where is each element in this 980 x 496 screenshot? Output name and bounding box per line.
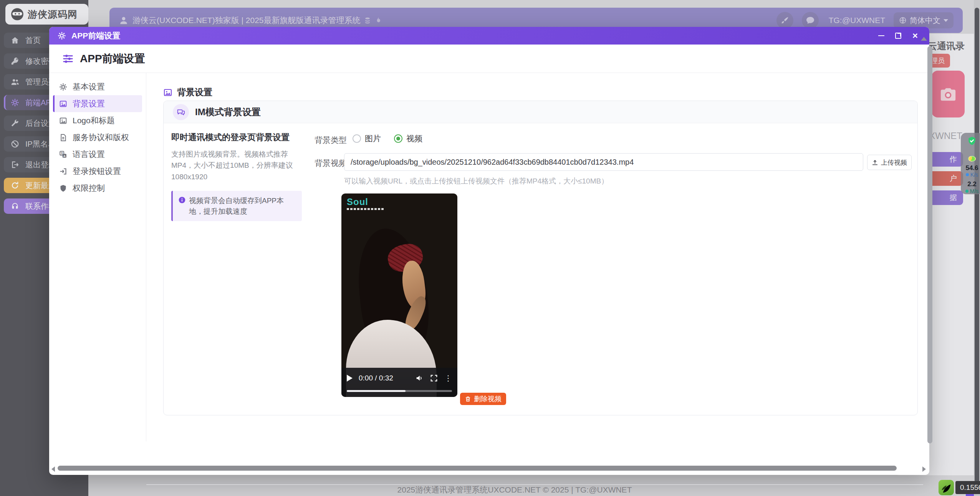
thinkphp-leaf-icon xyxy=(939,480,954,495)
section-title: 背景设置 xyxy=(177,86,212,98)
page-scrollbar-thumb[interactable] xyxy=(975,8,979,484)
upload-unit: M/s xyxy=(970,188,979,194)
upload-speed: 2.2 xyxy=(967,181,977,188)
watermark-subtitle xyxy=(347,208,384,210)
video-time: 0:00 / 0:32 xyxy=(359,374,393,382)
form-description: 支持图片或视频背景。视频格式推荐MP4，大小不超过10MB，分辨率建议1080x… xyxy=(171,149,302,182)
settings-nav: 基本设置 背景设置 Logo和标题 服务协议和版权 A xyxy=(49,73,146,441)
site-logo[interactable]: 游侠源码网 xyxy=(5,4,88,25)
app-frontend-settings-dialog: APP前端设置 × APP前端设置 基本设置 背景设置 xyxy=(49,27,929,475)
more-options-icon[interactable]: ⋮ xyxy=(444,374,452,382)
maximize-button[interactable] xyxy=(892,30,904,41)
download-speed: 54.6 xyxy=(965,165,978,172)
settings-nav-item[interactable]: 基本设置 xyxy=(53,78,142,95)
upload-icon xyxy=(872,159,878,166)
headset-icon xyxy=(11,202,19,210)
home-icon xyxy=(11,36,19,45)
radio-video-circle xyxy=(394,134,402,143)
dialog-titlebar[interactable]: APP前端设置 × xyxy=(49,27,929,45)
gear-icon xyxy=(58,31,66,40)
file-icon xyxy=(59,134,67,142)
theme-brush-button[interactable] xyxy=(776,12,793,29)
settings-nav-item[interactable]: 背景设置 xyxy=(53,95,142,112)
bg-video-label: 背景视频 xyxy=(315,158,343,169)
settings-nav-item[interactable]: 登录按钮设置 xyxy=(53,163,142,180)
stack-icon xyxy=(364,16,371,25)
volume-icon[interactable] xyxy=(415,374,424,382)
upload-dot xyxy=(965,190,968,193)
video-poster xyxy=(341,193,457,397)
download-unit: K/s xyxy=(970,172,978,178)
photo-upload-card[interactable] xyxy=(932,71,965,117)
delete-video-button[interactable]: 删除视频 xyxy=(460,393,506,405)
upload-video-button[interactable]: 上传视频 xyxy=(867,155,912,170)
settings-nav-label: 背景设置 xyxy=(73,98,105,109)
ninja-logo-icon xyxy=(10,7,25,21)
message-button[interactable] xyxy=(802,12,819,29)
close-button[interactable]: × xyxy=(909,30,921,41)
chat-icon xyxy=(177,108,185,116)
settings-nav-label: 登录按钮设置 xyxy=(73,166,121,177)
settings-nav-label: 基本设置 xyxy=(73,81,105,92)
radio-video[interactable]: 视频 xyxy=(394,133,422,144)
delete-button-label: 删除视频 xyxy=(474,394,502,403)
minimize-button[interactable] xyxy=(876,30,887,41)
signout-icon xyxy=(11,160,19,169)
chevron-down-icon xyxy=(944,19,948,22)
form-heading: 即时通讯模式的登录页背景设置 xyxy=(171,132,302,143)
brush-icon xyxy=(780,16,790,25)
image-icon xyxy=(59,117,67,125)
close-icon: × xyxy=(912,31,918,40)
radio-image-label: 图片 xyxy=(365,133,381,144)
im-background-card: IM模式背景设置 即时通讯模式的登录页背景设置 支持图片或视频背景。视频格式推荐… xyxy=(163,101,918,415)
dialog-page-title: APP前端设置 xyxy=(80,51,145,66)
description-column: 即时通讯模式的登录页背景设置 支持图片或视频背景。视频格式推荐MP4，大小不超过… xyxy=(171,132,302,221)
play-button[interactable] xyxy=(347,375,353,382)
maximize-icon xyxy=(895,33,901,39)
shield-icon xyxy=(59,184,67,192)
radio-image-circle xyxy=(353,134,361,143)
scroll-right-arrow[interactable] xyxy=(922,466,926,472)
fullscreen-icon[interactable] xyxy=(430,374,438,382)
horizontal-scrollbar[interactable] xyxy=(58,466,897,471)
upload-button-label: 上传视频 xyxy=(881,158,907,167)
svg-text:文: 文 xyxy=(60,152,63,155)
performance-widget: 0.155666s xyxy=(939,480,980,495)
topbar-title: 游侠云(UXCODE.NET)独家版 | 2025最新旗舰版通讯录管理系统 xyxy=(132,15,361,26)
dialog-vertical-scrollbar[interactable] xyxy=(927,46,932,443)
card-header: IM模式背景设置 xyxy=(164,101,917,123)
settings-nav-label: 服务协议和版权 xyxy=(73,132,129,143)
info-alert-text: 视频背景会自动缓存到APP本地，提升加载速度 xyxy=(189,195,296,217)
settings-nav-item[interactable]: A文 语言设置 xyxy=(53,146,142,163)
user-icon xyxy=(119,15,129,25)
scroll-left-arrow[interactable] xyxy=(51,466,55,472)
dialog-footer-divider xyxy=(146,484,923,485)
radio-image[interactable]: 图片 xyxy=(353,133,381,144)
gauge-icon xyxy=(968,156,976,162)
dialog-title: APP前端设置 xyxy=(71,30,120,41)
settings-nav-label: 语言设置 xyxy=(73,149,105,160)
settings-nav-item[interactable]: Logo和标题 xyxy=(53,112,142,129)
video-buffered xyxy=(347,390,406,392)
users-icon xyxy=(11,78,19,86)
trash-icon xyxy=(465,396,471,402)
telegram-contact[interactable]: TG:@UXWNET xyxy=(829,16,885,25)
svg-text:A: A xyxy=(63,154,66,157)
page-load-time: 0.155666s xyxy=(955,481,980,494)
page-footer: 2025游侠通讯录管理系统UXCODE.NET © 2025 | TG:@UXW… xyxy=(49,484,980,495)
bg-type-radio-group: 图片 视频 xyxy=(353,133,422,144)
bg-type-label: 背景类型 xyxy=(315,135,343,145)
sidebar-item-label: 首页 xyxy=(25,35,41,46)
download-dot xyxy=(966,173,969,176)
settings-nav-item[interactable]: 服务协议和版权 xyxy=(53,129,142,146)
language-selector[interactable]: 简体中文 xyxy=(894,12,954,28)
site-logo-text: 游侠源码网 xyxy=(28,8,78,21)
shield-check-icon xyxy=(967,136,977,146)
video-player[interactable]: Soul 0:00 / 0:32 xyxy=(341,193,457,397)
video-progress-bar[interactable] xyxy=(347,390,452,392)
dialog-scroll-up-arrow[interactable] xyxy=(921,37,927,41)
video-url-input[interactable] xyxy=(344,153,863,171)
video-url-hint: 可以输入视频URL，或点击上传按钮上传视频文件（推荐MP4格式，大小≤10MB） xyxy=(344,176,608,186)
watermark-text: Sou xyxy=(347,197,365,207)
settings-nav-item[interactable]: 权限控制 xyxy=(53,180,142,197)
